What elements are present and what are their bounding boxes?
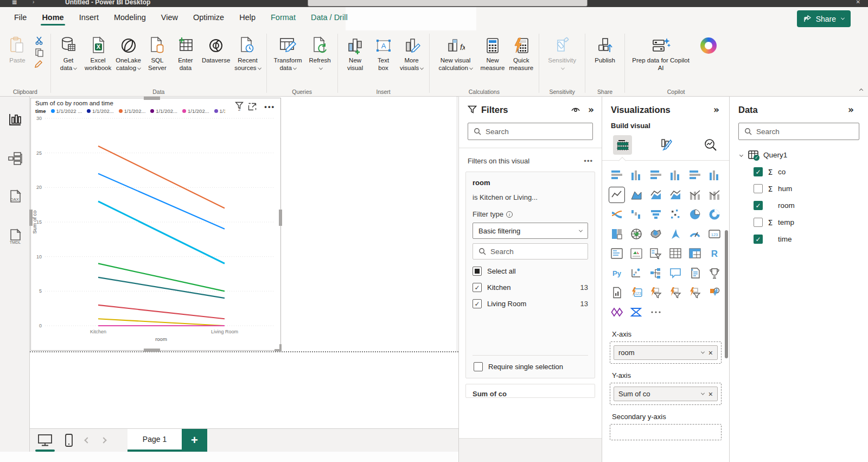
back-icon[interactable]: ›	[33, 0, 34, 5]
tab-format-visual[interactable]	[657, 135, 676, 155]
select-all-checkbox[interactable]	[473, 267, 482, 276]
x-axis-well[interactable]: room ×	[610, 341, 722, 364]
q-and-a-icon[interactable]	[668, 266, 682, 280]
line-and-clustered-column-chart-icon[interactable]	[707, 188, 722, 202]
card-icon[interactable]: 123	[707, 227, 722, 241]
previous-page-icon[interactable]	[84, 437, 90, 443]
mobile-layout-button[interactable]	[65, 433, 73, 447]
new-measure-button[interactable]: New measure	[478, 34, 507, 73]
menu-tab-file[interactable]: File	[7, 7, 34, 27]
slicer-icon[interactable]	[649, 246, 663, 261]
collapse-pane-icon[interactable]: »	[848, 104, 854, 115]
area-chart-icon[interactable]	[629, 188, 643, 202]
share-button[interactable]: Share	[797, 10, 851, 27]
refresh-button[interactable]: Refresh	[306, 34, 334, 73]
resize-handle-bottom[interactable]	[144, 349, 160, 352]
menu-tab-help[interactable]: Help	[232, 7, 263, 27]
arcgis-map-icon[interactable]	[707, 286, 722, 300]
desktop-layout-button[interactable]	[37, 434, 53, 447]
filter-type-select[interactable]: Basic filtering	[473, 223, 588, 239]
report-canvas[interactable]: Sum of co by room and time time 1/1/2022…	[30, 97, 458, 429]
menu-tab-optimize[interactable]: Optimize	[186, 7, 232, 27]
r-script-visual-icon[interactable]: R	[707, 246, 722, 261]
new-page-button[interactable]: +	[182, 429, 207, 452]
menu-tab-view[interactable]: View	[154, 7, 186, 27]
funnel-chart-icon[interactable]	[649, 207, 663, 221]
enter-data-button[interactable]: Enter data	[171, 34, 200, 73]
button-slicer-icon[interactable]	[649, 286, 663, 300]
next-page-icon[interactable]	[100, 437, 106, 443]
donut-chart-icon[interactable]	[707, 207, 722, 221]
quick-measure-button[interactable]: Quick measure	[507, 34, 535, 73]
waterfall-chart-icon[interactable]	[629, 207, 643, 221]
gauge-icon[interactable]	[688, 227, 702, 241]
collapse-ribbon-icon[interactable]	[859, 88, 863, 92]
excel-workbook-button[interactable]: X Excel workbook	[82, 34, 113, 73]
paginated-report-icon[interactable]	[610, 286, 624, 300]
menu-tab-format[interactable]: Format	[263, 7, 303, 27]
map-icon[interactable]	[629, 227, 643, 241]
page-tab[interactable]: Page 1	[127, 429, 182, 452]
filter-card-room[interactable]: room is Kitchen or Living... Filter type…	[465, 172, 595, 378]
recent-sources-button[interactable]: Recent sources	[232, 34, 263, 73]
option-checkbox[interactable]: ✓	[473, 299, 482, 308]
tab-build-visual[interactable]	[613, 135, 632, 155]
secondary-y-axis-well[interactable]	[610, 424, 722, 440]
field-checkbox[interactable]: ✓	[754, 201, 763, 210]
python-visual-icon[interactable]: Py	[610, 266, 624, 280]
cut-icon[interactable]	[35, 36, 44, 45]
table-row-query1[interactable]: ✓ Query1	[730, 147, 868, 163]
stacked-area-chart-icon[interactable]	[649, 188, 663, 202]
filled-map-icon[interactable]	[649, 227, 663, 241]
line-chart-icon[interactable]	[610, 188, 624, 202]
menu-tab-modeling[interactable]: Modeling	[106, 7, 154, 27]
more-visuals-button[interactable]: More visuals	[398, 34, 426, 73]
clustered-bar-chart-icon[interactable]	[649, 168, 663, 182]
window-close-icon[interactable]: ✕	[856, 0, 860, 5]
kpi-icon[interactable]	[629, 246, 643, 261]
azure-map-icon[interactable]	[668, 227, 682, 241]
chevron-down-icon[interactable]	[701, 350, 705, 354]
more-visuals-ellipsis-icon[interactable]	[649, 305, 663, 319]
100-stacked-column-chart-icon[interactable]	[707, 168, 722, 182]
field-row-hum[interactable]: Σhum	[730, 180, 868, 197]
field-checkbox[interactable]: ✓	[754, 235, 763, 244]
copilot-button[interactable]	[693, 34, 724, 65]
eye-icon[interactable]	[571, 106, 580, 113]
format-painter-icon[interactable]	[35, 60, 44, 69]
field-checkbox[interactable]	[754, 218, 763, 227]
decomposition-tree-icon[interactable]	[649, 266, 663, 280]
sensitivity-button[interactable]: Sensitivity	[542, 34, 582, 73]
remove-field-icon[interactable]: ×	[709, 390, 713, 398]
option-checkbox[interactable]: ✓	[473, 283, 482, 292]
field-row-co[interactable]: ✓Σco	[730, 163, 868, 180]
menu-tab-insert[interactable]: Insert	[72, 7, 106, 27]
list-slicer-icon[interactable]	[688, 286, 702, 300]
transform-data-button[interactable]: Transform data	[270, 34, 306, 73]
power-automate-icon[interactable]	[629, 305, 643, 319]
sql-server-button[interactable]: SQL Server	[143, 34, 171, 73]
smart-narrative-icon[interactable]	[688, 266, 702, 280]
report-view-button[interactable]	[0, 103, 30, 136]
menu-tab-data-drill[interactable]: Data / Drill	[303, 7, 355, 27]
100-stacked-area-chart-icon[interactable]	[668, 188, 682, 202]
stacked-column-chart-icon[interactable]	[629, 168, 643, 182]
onelake-catalog-button[interactable]: OneLake catalog	[113, 34, 143, 73]
y-axis-well[interactable]: Sum of co ×	[610, 383, 722, 405]
get-data-button[interactable]: Get data	[54, 34, 82, 73]
stacked-bar-chart-icon[interactable]	[610, 168, 624, 182]
resize-handle-right[interactable]	[279, 210, 282, 226]
key-influencers-icon[interactable]	[629, 266, 643, 280]
chevron-down-icon[interactable]	[739, 153, 743, 157]
tab-analytics[interactable]	[701, 135, 720, 155]
resize-handle-left[interactable]	[29, 210, 33, 226]
collapse-pane-icon[interactable]: »	[713, 104, 719, 115]
x-axis-field-chip[interactable]: room ×	[614, 345, 718, 360]
metrics-icon[interactable]	[707, 266, 722, 280]
field-row-time[interactable]: ✓time	[730, 231, 868, 248]
collapse-pane-icon[interactable]: »	[588, 104, 594, 115]
remove-field-icon[interactable]: ×	[709, 349, 713, 357]
section-more-options-icon[interactable]: •••	[584, 157, 593, 165]
ribbon-chart-icon[interactable]	[610, 207, 624, 221]
line-chart-visual[interactable]: Sum of co by room and time time 1/1/2022…	[30, 98, 281, 351]
